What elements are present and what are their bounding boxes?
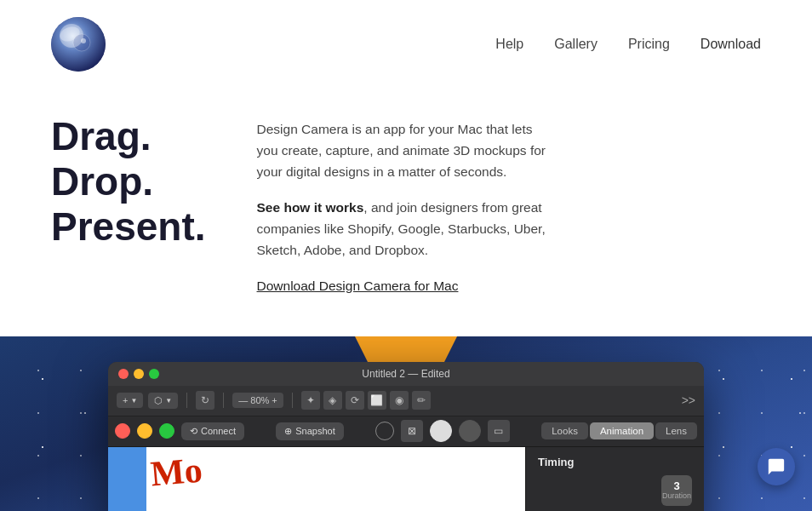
toolbar-icon-4[interactable]: ⬜	[368, 391, 386, 410]
panel-traffic-yellow[interactable]	[137, 423, 152, 439]
connect-btn[interactable]: ⟲ Connect	[181, 422, 244, 440]
chat-icon	[767, 457, 786, 476]
toolbar-add-btn[interactable]: + ▼	[117, 393, 143, 408]
chat-bubble[interactable]	[758, 448, 795, 485]
hero-headline: Drag. Drop. Present.	[51, 114, 206, 250]
nav-gallery[interactable]: Gallery	[554, 37, 598, 52]
panel-toggle-1[interactable]	[375, 422, 394, 440]
hero-headline-container: Drag. Drop. Present.	[51, 114, 206, 250]
hero-cta-bold: See how it works	[257, 200, 364, 215]
svg-point-3	[81, 38, 86, 43]
nav: Help Gallery Pricing Download	[495, 37, 761, 52]
header: Help Gallery Pricing Download	[0, 0, 812, 89]
right-panel: Timing 3 Duration Add current view	[525, 447, 704, 511]
tab-animation[interactable]: Animation	[590, 422, 654, 439]
canvas-area: Mo 16	[108, 447, 525, 511]
nav-download[interactable]: Download	[700, 37, 761, 52]
mac-panel-bar: ⟲ Connect ⊕ Snapshot ⊠ ▭ Looks Animation…	[108, 416, 704, 447]
toolbar-icon-5[interactable]: ◉	[390, 391, 409, 410]
left-blue-strip	[108, 447, 146, 511]
nav-pricing[interactable]: Pricing	[628, 37, 670, 52]
hero-section: Drag. Drop. Present. Design Camera is an…	[0, 89, 812, 336]
window-title: Untitled 2 — Edited	[362, 368, 449, 380]
canvas-content: Mo 16	[108, 447, 525, 511]
toolbar-icon-3[interactable]: ⟳	[346, 391, 364, 410]
toolbar-sep-3	[292, 393, 293, 408]
panel-tabs: Looks Animation Lens	[541, 422, 697, 439]
nav-help[interactable]: Help	[495, 37, 523, 52]
mac-titlebar: Untitled 2 — Edited	[108, 362, 704, 386]
app-preview-section: Untitled 2 — Edited + ▼ ⬡ ▼ ↻ — 80% + ✦	[0, 336, 812, 511]
panel-delete-btn[interactable]: ⊠	[401, 420, 423, 442]
mac-toolbar: + ▼ ⬡ ▼ ↻ — 80% + ✦ ◈ ⟳ ⬜ ◉ ✏	[108, 386, 704, 416]
minimize-button[interactable]	[134, 369, 144, 379]
tab-looks[interactable]: Looks	[541, 422, 588, 439]
panel-traffic-green[interactable]	[159, 423, 174, 439]
close-button[interactable]	[118, 369, 129, 379]
hero-download-link[interactable]: Download Design Camera for Mac	[257, 278, 459, 294]
toolbar-icon-2[interactable]: ◈	[323, 391, 342, 410]
svg-point-0	[51, 17, 106, 72]
toolbar-sep-1	[186, 393, 187, 408]
toolbar-zoom[interactable]: — 80% +	[232, 393, 283, 408]
mac-window: Untitled 2 — Edited + ▼ ⬡ ▼ ↻ — 80% + ✦	[108, 362, 704, 511]
hero-description: Design Camera is an app for your Mac tha…	[257, 119, 546, 182]
toolbar-icons: ✦ ◈ ⟳ ⬜ ◉ ✏	[301, 391, 431, 410]
panel-settings-btn[interactable]	[459, 420, 481, 442]
canvas-handwriting: Mo	[149, 449, 204, 494]
hero-cta-text: See how it works, and join designers fro…	[257, 198, 546, 261]
snapshot-btn[interactable]: ⊕ Snapshot	[276, 422, 343, 440]
maximize-button[interactable]	[149, 369, 159, 379]
toolbar-shape-btn[interactable]: ⬡ ▼	[148, 393, 178, 409]
hero-content: Design Camera is an app for your Mac tha…	[257, 114, 546, 294]
timing-row: 3 Duration	[526, 474, 704, 511]
center-canvas: Mo 16	[146, 447, 525, 511]
toolbar-more[interactable]: >>	[682, 393, 695, 407]
toolbar-sep-2	[223, 393, 224, 408]
traffic-lights	[118, 369, 159, 379]
right-panel-header: Timing	[526, 447, 704, 474]
panel-traffic-red[interactable]	[115, 423, 130, 439]
timing-badge: 3 Duration	[661, 475, 692, 506]
toolbar-icon-6[interactable]: ✏	[412, 391, 431, 410]
panel-square-btn[interactable]: ▭	[488, 420, 510, 442]
mac-main-area: Mo 16	[108, 447, 704, 511]
toolbar-icon-1[interactable]: ✦	[301, 391, 320, 410]
logo	[51, 17, 106, 72]
tab-lens[interactable]: Lens	[655, 422, 697, 439]
toolbar-rotate-btn[interactable]: ↻	[196, 391, 214, 410]
panel-record-btn[interactable]	[430, 420, 452, 442]
